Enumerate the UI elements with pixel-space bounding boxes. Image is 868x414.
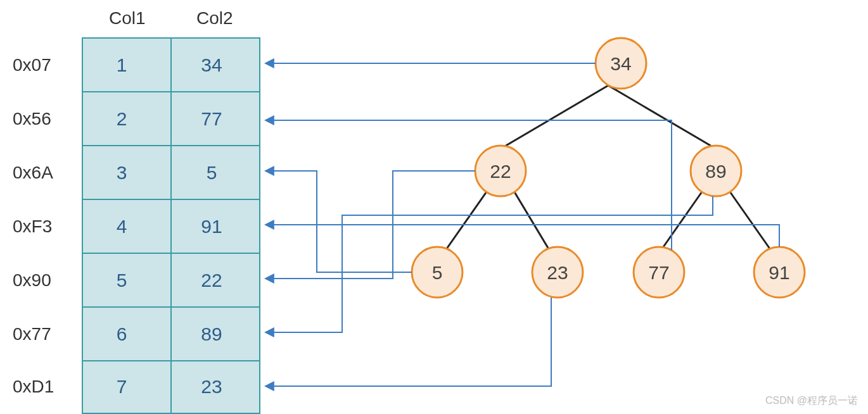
l-label: 22 [490,161,511,182]
index-table: Col1 Col2 0x07 0x56 0x6A 0xF3 0x90 0x77 … [13,8,260,413]
addr-3: 0xF3 [13,216,52,236]
ll-label: 5 [432,262,443,283]
c2-0: 34 [201,54,222,75]
c1-6: 7 [117,376,127,397]
addr-6: 0xD1 [13,377,54,396]
svg-line-18 [659,190,703,253]
addr-4: 0x90 [13,270,51,290]
c1-1: 2 [117,108,127,129]
c1-5: 6 [117,323,127,344]
root-label: 34 [610,53,631,74]
svg-line-17 [513,190,551,253]
arrow-77 [266,120,672,250]
c1-4: 5 [117,270,127,291]
addr-0: 0x07 [13,55,51,75]
svg-line-14 [501,85,608,149]
svg-line-16 [444,190,488,253]
c2-3: 91 [201,216,222,237]
tree-nodes [412,38,805,298]
rl-label: 77 [648,262,669,283]
c2-4: 22 [201,270,222,291]
arrow-5 [266,171,412,272]
watermark: CSDN @程序员一诺 [765,394,858,408]
c1-0: 1 [117,54,127,75]
c2-6: 23 [201,376,222,397]
c2-1: 77 [201,108,222,129]
header-col2: Col2 [196,8,233,28]
r-label: 89 [705,161,726,182]
c1-2: 3 [117,162,127,183]
c2-2: 5 [207,162,217,183]
addr-1: 0x56 [13,109,51,129]
arrow-91 [266,225,779,247]
svg-line-15 [608,85,716,149]
svg-line-19 [729,190,773,253]
diagram-svg: Col1 Col2 0x07 0x56 0x6A 0xF3 0x90 0x77 … [0,0,868,414]
addr-2: 0x6A [13,163,53,182]
addr-5: 0x77 [13,324,51,344]
c2-5: 89 [201,323,222,344]
arrow-23 [266,298,551,386]
header-col1: Col1 [109,8,146,28]
rr-label: 91 [769,262,789,283]
c1-3: 4 [117,216,127,237]
lr-label: 23 [547,262,568,283]
pointer-arrows [266,63,779,386]
